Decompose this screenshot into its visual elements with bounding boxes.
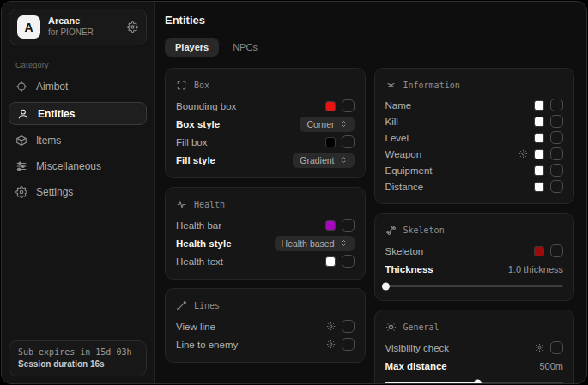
panel-skeleton: Skeleton Skeleton Thickness 1.0 thicknes… [374, 213, 575, 301]
equipment-checkbox[interactable] [550, 164, 563, 177]
thickness-slider[interactable] [385, 285, 564, 287]
level-checkbox[interactable] [550, 131, 563, 144]
color-swatch[interactable] [534, 100, 544, 111]
visibility-check-checkbox[interactable] [550, 341, 563, 354]
kill-checkbox[interactable] [550, 115, 563, 128]
skeleton-checkbox[interactable] [550, 244, 563, 257]
visibility-check-gear-icon[interactable] [535, 343, 544, 352]
sidebar-item-miscellaneous[interactable]: Miscellaneous [2, 154, 154, 178]
brand-card: A Arcane for PIONER [9, 9, 147, 45]
row-label: Box style [176, 119, 220, 129]
row-label: Fill style [176, 155, 215, 165]
sidebar-item-label: Entities [38, 108, 75, 120]
row-label: Name [385, 100, 412, 111]
color-swatch[interactable] [534, 149, 544, 159]
row-label: Bounding box [176, 101, 236, 111]
subscription-info-card: Sub expires in 15d 03h Session duration … [9, 340, 147, 376]
bone-icon [385, 225, 397, 236]
sidebar-item-label: Aimbot [36, 81, 68, 93]
weapon-gear-icon[interactable] [518, 149, 528, 159]
sidebar-item-entities[interactable]: Entities [9, 102, 147, 125]
sub-expiry-text: Sub expires in 15d 03h [18, 347, 137, 357]
row-label: Kill [385, 117, 398, 127]
sidebar-item-label: Settings [36, 186, 73, 198]
tab-npcs[interactable]: NPCs [222, 38, 268, 57]
panel-title: Information [403, 81, 460, 90]
distance-checkbox[interactable] [550, 180, 563, 193]
health-style-dropdown[interactable]: Health based [275, 236, 355, 251]
color-swatch[interactable] [325, 220, 336, 231]
health-text-checkbox[interactable] [342, 255, 355, 268]
row-label: Thickness [385, 264, 433, 274]
color-swatch[interactable] [325, 256, 336, 267]
panel-title: General [403, 322, 439, 332]
chevrons-up-down-icon [340, 120, 348, 128]
panel-title: Health [194, 200, 225, 209]
row-label: Health style [176, 238, 232, 249]
row-label: Equipment [385, 165, 433, 176]
row-label: Skeleton [385, 246, 424, 256]
slider-thumb[interactable] [381, 282, 389, 290]
row-label: Health bar [176, 220, 221, 231]
row-label: Health text [176, 256, 223, 267]
panel-title: Lines [194, 301, 220, 310]
sun-icon [385, 322, 397, 333]
color-swatch[interactable] [534, 117, 544, 127]
color-swatch[interactable] [534, 133, 544, 143]
slider-thumb[interactable] [474, 379, 482, 384]
row-label: Line to enemy [176, 340, 238, 350]
health-pulse-icon [176, 199, 187, 210]
sidebar-item-label: Miscellaneous [36, 160, 101, 172]
page-title: Entities [165, 14, 574, 27]
row-label: Distance [385, 182, 424, 192]
line-icon [176, 300, 187, 311]
app-logo: A [17, 15, 40, 39]
tab-players[interactable]: Players [165, 38, 219, 57]
color-swatch[interactable] [325, 137, 336, 147]
row-label: View line [176, 322, 215, 332]
sidebar-item-settings[interactable]: Settings [2, 180, 154, 204]
app-window: A Arcane for PIONER Category Aimbot [1, 1, 587, 384]
health-bar-checkbox[interactable] [342, 219, 355, 232]
sidebar-item-aimbot[interactable]: Aimbot [2, 75, 154, 99]
row-label: Fill box [176, 137, 207, 147]
panel-title: Box [194, 81, 209, 90]
fill-style-dropdown[interactable]: Gradient [293, 153, 354, 168]
panel-information: Information Name Kill [374, 68, 575, 204]
settings-gear-icon[interactable] [127, 21, 138, 33]
sidebar-nav: Aimbot Entities Items Miscellaneous [2, 75, 154, 204]
weapon-checkbox[interactable] [550, 147, 563, 160]
color-swatch[interactable] [534, 165, 544, 176]
person-icon [17, 108, 29, 120]
crosshair-icon [15, 81, 27, 93]
box-select-icon [176, 80, 187, 91]
panel-general: General Visibility check Max distance [374, 310, 575, 384]
panel-box: Box Bounding box Box style Corner [165, 68, 366, 178]
main-content: Entities Players NPCs Box Bounding box [155, 2, 586, 383]
bounding-box-checkbox[interactable] [342, 99, 355, 112]
chevrons-up-down-icon [340, 239, 348, 247]
line-to-enemy-gear-icon[interactable] [326, 340, 336, 349]
color-swatch[interactable] [534, 246, 544, 256]
panel-lines: Lines View line Line to enemy [165, 288, 366, 363]
app-subtitle: for PIONER [48, 27, 119, 39]
session-duration-text: Session duration 16s [18, 359, 137, 369]
sidebar-item-items[interactable]: Items [2, 129, 154, 153]
app-name: Arcane [48, 15, 119, 27]
chevrons-up-down-icon [340, 156, 348, 164]
asterisk-icon [385, 80, 397, 91]
max-distance-slider[interactable] [385, 382, 564, 384]
name-checkbox[interactable] [550, 99, 563, 111]
view-line-checkbox[interactable] [342, 320, 355, 333]
view-line-gear-icon[interactable] [326, 322, 336, 331]
line-to-enemy-checkbox[interactable] [342, 338, 355, 351]
box-style-dropdown[interactable]: Corner [300, 117, 354, 132]
fill-box-checkbox[interactable] [342, 135, 355, 148]
color-swatch[interactable] [534, 182, 544, 192]
color-swatch[interactable] [325, 101, 336, 111]
panel-health: Health Health bar Health style Health ba… [165, 187, 366, 280]
sidebar-item-label: Items [36, 135, 61, 147]
row-label: Visibility check [385, 343, 450, 353]
row-label: Level [385, 133, 409, 143]
row-label: Weapon [385, 149, 422, 159]
